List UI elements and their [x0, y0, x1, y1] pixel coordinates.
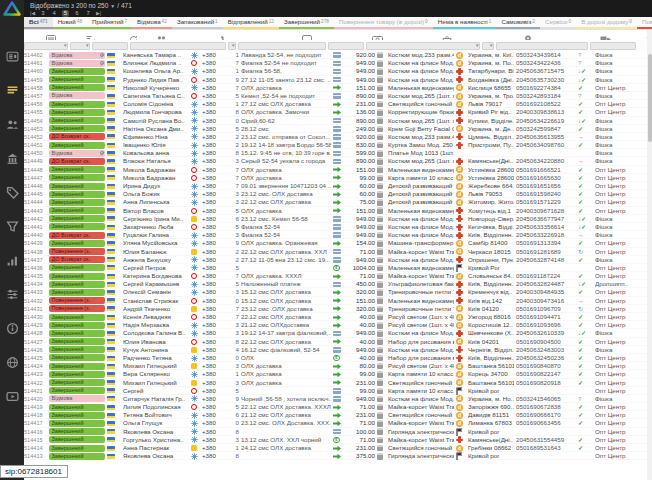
order-row[interactable]: 514416ЗавершенийЯковлева Оксана+3808100.…: [24, 428, 647, 436]
order-row[interactable]: 514444ЗавершенийАнна Липенська+380322.12…: [24, 198, 647, 206]
order-row[interactable]: 514425ЗавершенийРадченко Тетяна+3800ОЛХ$…: [24, 354, 647, 362]
order-row[interactable]: 514455ЗавершенийЛюдмила Гончарова+3808ОЛ…: [24, 108, 647, 116]
sidebar-item-info-icon[interactable]: [6, 322, 19, 335]
order-row[interactable]: 514439ЗавершенийУляна Мусійовська+3809ОЛ…: [24, 239, 647, 247]
order-row[interactable]: 514417ЗавершенийОльга Глущук+380023.12 с…: [24, 419, 647, 427]
sidebar-item-globe-icon[interactable]: [6, 356, 19, 369]
filter-input-9[interactable]: [496, 42, 588, 50]
order-row[interactable]: 514420ВідмоваСитарчук Наталія Гр..+3809Ч…: [24, 395, 647, 403]
tab-Прийнятий[interactable]: Прийнятий7: [87, 17, 132, 29]
filter-input-4[interactable]: [228, 42, 236, 50]
chevron-down-icon[interactable]: ▼: [110, 3, 115, 9]
app-logo[interactable]: [3, 1, 21, 20]
scrollbar-thumb[interactable]: [648, 54, 652, 142]
order-row[interactable]: 514446ЗавершенийИрина Дидух+380709.01 зв…: [24, 182, 647, 190]
tab-Завершений[interactable]: Завершений278: [279, 17, 334, 29]
filter-input-2[interactable]: [92, 42, 128, 50]
order-row[interactable]: 514432Повернення (з..Станіслав Стрижак+3…: [24, 297, 647, 305]
tab-Нема в наявності[interactable]: Нема в наявності1: [433, 17, 497, 29]
filter-input-7[interactable]: [366, 42, 480, 50]
order-row[interactable]: 514450ВідмоваКовальова анна+380815.12. 9…: [24, 149, 647, 157]
order-row[interactable]: 514435ЗавершенийКатерина Богданова+3807О…: [24, 272, 647, 280]
order-row[interactable]: 514448ЗавершенийМикола Бадражан+3807ОЛХ …: [24, 166, 647, 174]
order-row[interactable]: 514415ЗавершенийГоргулько Христина..+380…: [24, 436, 647, 444]
order-row[interactable]: 514413ЗавершенийЯковлева Оксана+3808375.…: [24, 452, 647, 460]
client-type: Опт Центр: [595, 297, 639, 305]
order-row[interactable]: 514438Повернення (з..Юлия Баланюк+380222…: [24, 248, 647, 256]
order-row[interactable]: 514457ВідмоваСапегина Татьяна С..+3805Ке…: [24, 92, 647, 100]
sidebar-item-tag-icon[interactable]: [6, 186, 19, 199]
order-row[interactable]: 514445ЗавершенийОльга Божик+380323.12 см…: [24, 190, 647, 198]
page-button[interactable]: 6: [73, 10, 80, 17]
sidebar-item-contacts-icon[interactable]: [6, 118, 19, 131]
order-row[interactable]: 514437ДО Возврат ск..Анжела Безушку+3802…: [24, 256, 647, 264]
tab-Відмова[interactable]: Відмова42: [132, 17, 172, 29]
order-row[interactable]: 514458ЗавершенийНиколай Кучеренко+3807ОЛ…: [24, 84, 647, 92]
order-row[interactable]: 514421ЗавершенийСергей+380599.00Карта па…: [24, 387, 647, 395]
order-row[interactable]: 514418ЗавершенийТетяна Войтович+380621.1…: [24, 411, 647, 419]
order-row[interactable]: 514459ЗавершенийРуденко Лидия Пав..+3809…: [24, 76, 647, 84]
tab-Запакований[interactable]: Запакований1: [172, 17, 223, 29]
order-row[interactable]: 514430ЗавершенийКсенія Левадняя+380722.1…: [24, 313, 647, 321]
order-row[interactable]: 514427ЗавершенийЮлия Иванова+380822.12 с…: [24, 338, 647, 346]
order-row[interactable]: 514423ЗавершенийВера Скляренко+3801ОЛХ д…: [24, 370, 647, 378]
order-row[interactable]: 514449ДО Возврат ск..Власюк Наталья+3803…: [24, 157, 647, 165]
order-row[interactable]: 514442ЗавершенийСергіюнко Ірина Ми..+380…: [24, 215, 647, 223]
order-row[interactable]: 514422ЗавершенийМихаил Гилецький+3803ОЛХ…: [24, 379, 647, 387]
order-row[interactable]: 514433ЗавершенийОлексій Семанін+380315.1…: [24, 288, 647, 296]
filter-input-1[interactable]: [70, 42, 90, 50]
order-row[interactable]: 514452ДО Возврат ск..Єфименко Ніна+38022…: [24, 133, 647, 141]
sidebar-item-video-icon[interactable]: [6, 390, 19, 403]
sidebar-item-sliders-icon[interactable]: [6, 288, 19, 301]
tab-Всі[interactable]: Всі471: [24, 17, 53, 29]
tab-Повернений[interactable]: Повернений: [637, 17, 652, 29]
first-page-button[interactable]: |◀: [30, 10, 35, 16]
tab-Новий[interactable]: Новий48: [53, 17, 87, 29]
order-row[interactable]: 514436ЗавершенийСергей Петров+3805$1004.…: [24, 264, 647, 272]
page-button[interactable]: 4: [51, 10, 58, 17]
tab-Самовивіз[interactable]: Самовивіз2: [496, 17, 540, 29]
order-row[interactable]: 514419ЗавершенийЛилия Подолинская+380522…: [24, 403, 647, 411]
order-row[interactable]: 514441ЗавершенийЗахарченко Люба+3805Фиал…: [24, 223, 647, 231]
order-row[interactable]: 514451ЗавершенийІващенко Юлія+380219.12 …: [24, 141, 647, 149]
status-label: Завершений: [52, 166, 84, 172]
filter-input-0[interactable]: [24, 42, 68, 50]
page-button[interactable]: 5: [62, 10, 69, 17]
filter-input-5[interactable]: [238, 42, 326, 50]
order-row[interactable]: 514424ЗавершенийМихаил Гилецький+3803ОЛХ…: [24, 362, 647, 370]
order-row[interactable]: 514440ДО Возврат ск..Гуцалюк Галина+3803…: [24, 231, 647, 239]
page-button[interactable]: 7: [85, 10, 92, 17]
tab-В дорозі додому[interactable]: В дорозі додому0: [576, 17, 637, 29]
order-row[interactable]: 514461ВідмоваБлизнюк Людмила ..+3807Фиал…: [24, 59, 647, 67]
order-row[interactable]: 514431Повернення (з..Андрій Ткаченко+380…: [24, 305, 647, 313]
sidebar-item-chart-icon[interactable]: [6, 254, 19, 267]
order-row[interactable]: 514447ЗавершенийМикола Бадражан+3807ОЛХ …: [24, 174, 647, 182]
order-row[interactable]: 514426ЗавершенийКучук Антонина+380416.12…: [24, 346, 647, 354]
order-row[interactable]: 514462ВідмоваКаневська Тамара ..+3801Лав…: [24, 51, 647, 59]
sidebar-item-orders-list-icon[interactable]: [6, 84, 19, 97]
tab-Сервіси[interactable]: Сервіси0: [540, 17, 576, 29]
sidebar-item-dashboard-icon[interactable]: [6, 50, 19, 63]
order-row[interactable]: 514456ЗавершенийСоломія Сідоніна+380127.…: [24, 100, 647, 108]
messages-count: 7: [230, 174, 239, 182]
last-page-button[interactable]: ▶|: [96, 10, 101, 16]
order-row[interactable]: 514429ЗавершенийНадія Мерзаєва+380321.12…: [24, 321, 647, 329]
filter-input-10[interactable]: [590, 42, 636, 50]
filter-input-8[interactable]: [482, 42, 494, 50]
vertical-scrollbar[interactable]: [647, 29, 652, 480]
tab-Повернення товару (в дорозі)[interactable]: Повернення товару (в дорозі)0: [334, 17, 433, 29]
filter-input-6[interactable]: [328, 42, 364, 50]
tab-Відправлений[interactable]: Відправлений12: [223, 17, 279, 29]
page-button[interactable]: 3: [39, 10, 46, 17]
sidebar-item-company-icon[interactable]: [6, 152, 19, 165]
sidebar-item-funnel-icon[interactable]: [6, 220, 19, 233]
order-row[interactable]: 514414ЗавершенийАнна Пастернак+380124.12…: [24, 444, 647, 452]
messages-count: 4: [230, 346, 239, 354]
order-row[interactable]: 514428ЗавершенийСолодкова Галина В..+380…: [24, 329, 647, 337]
order-row[interactable]: 514454ЗавершенийСамотій Руслана Во..+380…: [24, 117, 647, 125]
order-row[interactable]: 514434ЗавершенийСергей Карамышев+3805Нал…: [24, 280, 647, 288]
filter-input-3[interactable]: [130, 42, 226, 50]
order-row[interactable]: 514443ЗавершенийВіктор Власов+3805ОЛХ до…: [24, 207, 647, 215]
order-row[interactable]: 514460ЗавершенийКошелева Ольга Ар..+3801…: [24, 67, 647, 75]
order-row[interactable]: 514453ЗавершенийНікітіна Оксана Дми..+38…: [24, 125, 647, 133]
